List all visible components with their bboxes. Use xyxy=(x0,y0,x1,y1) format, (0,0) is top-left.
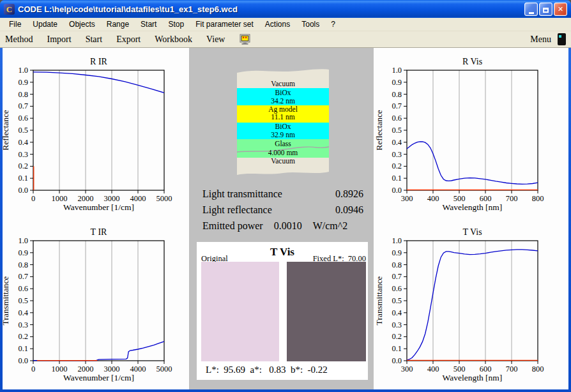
svg-text:4000: 4000 xyxy=(130,194,146,203)
svg-text:800: 800 xyxy=(532,365,544,373)
toolbar-items: MethodImportStartExportWorkbookView xyxy=(5,34,239,45)
window-title: CODE L:\help\code\tutorial\datafiles\tu1… xyxy=(18,4,524,14)
result-label: Light transmittance xyxy=(202,188,282,200)
svg-text:BiOx: BiOx xyxy=(275,89,291,96)
svg-text:0.2: 0.2 xyxy=(18,162,28,170)
menu-item-stop[interactable]: Stop xyxy=(162,19,190,30)
svg-text:32.9 nm: 32.9 nm xyxy=(271,131,295,139)
toolbar-item-workbook[interactable]: Workbook xyxy=(155,34,192,45)
svg-text:0.6: 0.6 xyxy=(18,284,28,293)
svg-text:Wavenumber [1/cm]: Wavenumber [1/cm] xyxy=(63,373,134,382)
svg-text:0.0: 0.0 xyxy=(392,186,402,195)
svg-text:1000: 1000 xyxy=(52,194,68,203)
svg-text:0: 0 xyxy=(31,365,35,373)
menu-item-tools[interactable]: Tools xyxy=(296,19,325,30)
result-value: 0.8926 xyxy=(335,188,363,200)
svg-text:0.2: 0.2 xyxy=(392,332,402,341)
svg-text:1.0: 1.0 xyxy=(18,66,28,75)
svg-text:700: 700 xyxy=(506,365,518,373)
svg-text:0.8: 0.8 xyxy=(18,260,28,269)
svg-text:0.7: 0.7 xyxy=(18,102,28,110)
result-value: 0.0010 xyxy=(274,220,302,232)
chart-t-vis: T Vis0.00.10.20.30.40.50.60.70.80.91.030… xyxy=(374,225,568,386)
result-row-reflectance: Light reflectance 0.0946 xyxy=(202,202,363,218)
svg-text:3000: 3000 xyxy=(104,194,120,203)
svg-text:1000: 1000 xyxy=(52,365,68,373)
svg-text:Vacuum: Vacuum xyxy=(271,80,295,87)
svg-text:Wavelength [nm]: Wavelength [nm] xyxy=(443,202,503,212)
svg-text:600: 600 xyxy=(480,365,492,373)
toolbar-item-start[interactable]: Start xyxy=(86,34,102,45)
svg-text:400: 400 xyxy=(427,194,439,203)
svg-text:0.9: 0.9 xyxy=(18,78,28,87)
svg-text:0.5: 0.5 xyxy=(392,296,402,305)
menu-toggle-label[interactable]: Menu xyxy=(530,34,551,45)
svg-text:0.3: 0.3 xyxy=(392,150,402,159)
minimize-icon xyxy=(529,12,534,14)
svg-text:2000: 2000 xyxy=(78,365,94,373)
svg-text:0.7: 0.7 xyxy=(392,102,402,110)
svg-text:0.3: 0.3 xyxy=(392,320,402,329)
svg-text:11.1 nm: 11.1 nm xyxy=(271,113,294,121)
result-row-transmittance: Light transmittance 0.8926 xyxy=(202,186,363,202)
maximize-button[interactable] xyxy=(539,3,552,16)
menu-item-actions[interactable]: Actions xyxy=(259,19,296,30)
titlebar[interactable]: C CODE L:\help\code\tutorial\datafiles\t… xyxy=(0,0,571,18)
svg-text:0.6: 0.6 xyxy=(392,114,402,123)
svg-text:0.6: 0.6 xyxy=(18,114,28,123)
menu-item-update[interactable]: Update xyxy=(27,19,63,30)
svg-text:0.4: 0.4 xyxy=(18,308,28,317)
svg-text:0.2: 0.2 xyxy=(18,332,28,341)
menu-item-file[interactable]: File xyxy=(3,19,27,30)
svg-text:5000: 5000 xyxy=(156,365,172,373)
svg-text:34.2 nm: 34.2 nm xyxy=(271,97,295,105)
svg-text:0.1: 0.1 xyxy=(18,174,28,183)
close-button[interactable]: ✕ xyxy=(554,3,567,16)
svg-text:T Vis: T Vis xyxy=(462,227,482,237)
svg-text:300: 300 xyxy=(401,365,413,373)
svg-text:0: 0 xyxy=(31,194,35,203)
toolbar-item-view[interactable]: View xyxy=(206,34,225,45)
lab-values-text: L*: 95.69 a*: 0.83 b*: -0.22 xyxy=(206,365,328,375)
svg-text:R IR: R IR xyxy=(90,57,108,66)
svg-text:0.2: 0.2 xyxy=(392,162,402,170)
toolbar-item-import[interactable]: Import xyxy=(47,34,72,45)
chart-r-vis: R Vis0.00.10.20.30.40.50.60.70.80.91.030… xyxy=(374,54,568,215)
svg-text:Reflectance: Reflectance xyxy=(374,110,384,151)
menu-item-range[interactable]: Range xyxy=(101,19,135,30)
svg-text:5000: 5000 xyxy=(156,194,172,203)
menu-item-fit-parameter-set[interactable]: Fit parameter set xyxy=(190,19,259,30)
svg-text:0.7: 0.7 xyxy=(392,272,402,281)
svg-text:0.4: 0.4 xyxy=(392,308,402,317)
svg-text:Wavelength [nm]: Wavelength [nm] xyxy=(443,373,503,382)
svg-text:Reflectance: Reflectance xyxy=(1,110,10,151)
svg-text:0.5: 0.5 xyxy=(18,126,28,135)
menu-item-start[interactable]: Start xyxy=(135,19,162,30)
maximize-icon xyxy=(543,8,549,13)
svg-text:0.3: 0.3 xyxy=(18,150,28,159)
svg-text:0.1: 0.1 xyxy=(392,174,402,183)
toolbar: MethodImportStartExportWorkbookView Menu xyxy=(0,31,571,48)
result-unit: W/cm^2 xyxy=(313,220,348,232)
result-value: 0.0946 xyxy=(335,204,363,216)
svg-text:Glass: Glass xyxy=(275,140,291,147)
svg-text:400: 400 xyxy=(427,365,439,373)
toolbar-item-method[interactable]: Method xyxy=(5,34,33,45)
svg-text:0.0: 0.0 xyxy=(18,356,28,365)
menu-item-[interactable]: ? xyxy=(325,19,341,30)
svg-text:500: 500 xyxy=(453,194,466,203)
svg-text:1.0: 1.0 xyxy=(392,66,402,75)
svg-text:0.5: 0.5 xyxy=(18,296,28,305)
menubar: FileUpdateObjectsRangeStartStopFit param… xyxy=(0,18,571,31)
menu-item-objects[interactable]: Objects xyxy=(63,19,101,30)
svg-text:300: 300 xyxy=(401,194,413,203)
svg-text:0.7: 0.7 xyxy=(18,272,28,281)
monitor-icon[interactable] xyxy=(239,34,252,45)
menu-panel-icon[interactable] xyxy=(558,33,566,45)
toolbar-item-export[interactable]: Export xyxy=(116,34,141,45)
center-panel: VacuumBiOx34.2 nmAg model11.1 nmBiOx32.9… xyxy=(189,48,374,389)
tvis-color-panel: T Vis Original Fixed L*: 70.00 L*: 95.69… xyxy=(197,242,368,380)
svg-text:700: 700 xyxy=(506,194,518,203)
minimize-button[interactable] xyxy=(524,3,538,16)
fixed-lightness-color-swatch xyxy=(287,262,366,361)
